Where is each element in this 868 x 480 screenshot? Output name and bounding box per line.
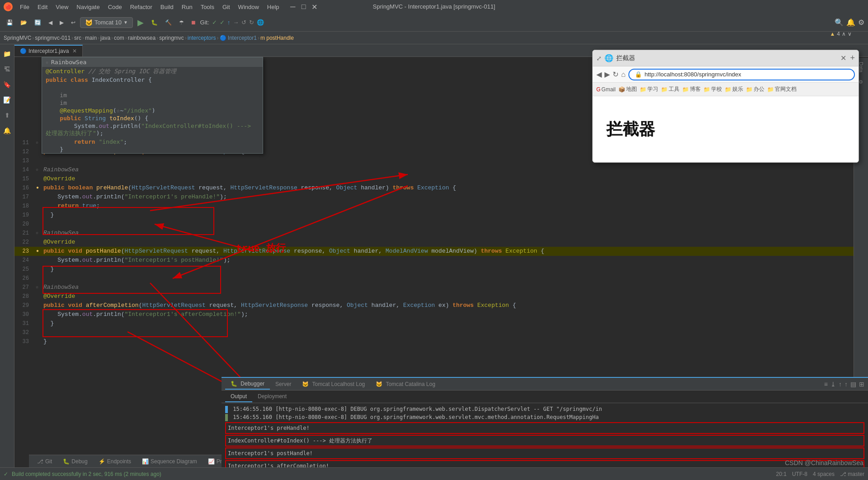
dock-debug[interactable]: 🐛 Debug: [58, 457, 92, 466]
warning-up[interactable]: ∧: [842, 31, 846, 37]
menu-bar: 🔴 File Edit View Navigate Code Refactor …: [0, 0, 868, 14]
git-label: Git:: [200, 19, 209, 26]
bc-com[interactable]: com: [114, 35, 124, 41]
coverage-button[interactable]: ☂: [176, 18, 187, 27]
dock-git[interactable]: ⎇ Git: [33, 457, 57, 466]
bm-office[interactable]: 📁 办公: [746, 85, 764, 93]
toolbar-open[interactable]: 📂: [18, 18, 30, 27]
close-button[interactable]: ✕: [311, 3, 318, 10]
toolbar-back[interactable]: ◀: [46, 18, 55, 27]
browser-back-button[interactable]: ◀: [596, 70, 602, 79]
project-icon[interactable]: 📁: [1, 48, 13, 60]
address-text: http://localhost:8080/springmvc/index: [645, 71, 741, 78]
tomcat-localhost-icon: 🐱: [302, 381, 309, 387]
menu-edit[interactable]: Edit: [34, 2, 51, 12]
stop-button[interactable]: ■: [189, 17, 198, 28]
panel-toolbar-icon5[interactable]: ▤: [850, 381, 856, 388]
bm-blog[interactable]: 📁 博客: [682, 85, 701, 93]
output-tab-output[interactable]: Output: [225, 391, 252, 402]
bm-maps-label: 地图: [626, 85, 637, 93]
browser-new-tab-button[interactable]: +: [850, 53, 855, 63]
notifications-left-icon[interactable]: 🔔: [1, 125, 13, 136]
menu-refactor[interactable]: Refactor: [127, 2, 156, 12]
debug-button[interactable]: 🐛: [148, 18, 160, 27]
bm-tools[interactable]: 📁 工具: [661, 85, 679, 93]
bc-springmvc[interactable]: SpringMVC: [4, 35, 31, 41]
bc-posthandle[interactable]: m postHandle: [260, 35, 294, 41]
panel-toolbar-icon3[interactable]: ↑: [839, 381, 842, 388]
structure-icon[interactable]: 🏗: [1, 63, 13, 75]
settings-button[interactable]: ⚙: [858, 18, 864, 27]
menu-build[interactable]: Build: [157, 2, 177, 12]
minimize-button[interactable]: ─: [289, 3, 297, 10]
popup-line-1: @Controller // 交给 Spring IOC 容器管理: [42, 67, 263, 76]
bm-gmail[interactable]: G Gmail: [596, 86, 616, 93]
address-bar[interactable]: 🔒 http://localhost:8080/springmvc/index: [628, 69, 855, 80]
browser-expand-icon[interactable]: ⤢: [596, 55, 602, 62]
search-button[interactable]: 🔍: [835, 18, 844, 27]
tab-close[interactable]: ✕: [72, 48, 77, 54]
browser-close-button[interactable]: ✕: [840, 54, 846, 62]
maximize-button[interactable]: □: [300, 3, 307, 10]
toolbar-save[interactable]: 💾: [4, 18, 16, 27]
toolbar-refresh[interactable]: 🔄: [32, 18, 44, 27]
build-button[interactable]: 🔨: [162, 18, 175, 27]
panel-toolbar-icon6[interactable]: ⊞: [859, 381, 864, 388]
toolbar-forward[interactable]: ▶: [57, 18, 66, 27]
bc-main[interactable]: main: [85, 35, 97, 41]
tomcat-selector[interactable]: 🐱 Tomcat 10 ▼: [80, 17, 133, 28]
panel-toolbar-icon4[interactable]: ↑: [844, 381, 848, 388]
warning-down[interactable]: ∨: [848, 31, 852, 37]
bc-module[interactable]: springmvc-011: [35, 35, 71, 41]
code-line-24: 24 System.out.println("Interceptor1's po…: [14, 256, 868, 265]
commit-icon[interactable]: 📝: [1, 94, 13, 106]
bm-entertainment[interactable]: 📁 娱乐: [725, 85, 743, 93]
menu-navigate[interactable]: Navigate: [73, 2, 103, 12]
panel-toolbar-icon2[interactable]: ⤓: [830, 381, 836, 388]
panel-tab-debugger[interactable]: 🐛 Debugger: [225, 379, 270, 390]
bm-study[interactable]: 📁 学习: [640, 85, 658, 93]
pull-requests-icon[interactable]: ⬆: [1, 109, 13, 121]
bc-interceptors[interactable]: interceptors: [188, 35, 216, 41]
bc-springmvc-pkg[interactable]: springmvc: [159, 35, 184, 41]
menu-git[interactable]: Git: [219, 2, 234, 12]
dock-sequence[interactable]: 📊 Sequence Diagram: [137, 457, 202, 466]
app-icon: 🔴: [4, 2, 13, 11]
toolbar-undo[interactable]: ↩: [68, 18, 78, 27]
bc-src[interactable]: src: [74, 35, 81, 41]
menu-view[interactable]: View: [52, 2, 72, 12]
git-area: Git: ✓ ✓ ↑ → ↺ ↻ 🌐: [200, 19, 264, 26]
menu-code[interactable]: Code: [104, 2, 126, 12]
notifications-button[interactable]: 🔔: [846, 18, 855, 27]
git-dock-label: Git: [45, 458, 52, 465]
menu-run[interactable]: Run: [178, 2, 196, 12]
bm-official[interactable]: 📁 官网文档: [767, 85, 797, 93]
menu-help[interactable]: Help: [264, 2, 283, 12]
bm-school[interactable]: 📁 学校: [703, 85, 722, 93]
browser-forward-button[interactable]: ▶: [604, 70, 610, 79]
panel-tab-tomcat-catalina[interactable]: 🐱 Tomcat Catalina Log: [370, 379, 441, 389]
panel-toolbar-icon1[interactable]: ≡: [824, 381, 828, 388]
browser-refresh-button[interactable]: ↻: [613, 70, 618, 79]
menu-file[interactable]: File: [16, 2, 33, 12]
debugger-tab-icon: 🐛: [231, 381, 237, 387]
menu-window[interactable]: Window: [235, 2, 263, 12]
bookmark-icon[interactable]: 🔖: [1, 79, 13, 90]
editor-tab-interceptor1[interactable]: 🔵 Interceptor1.java ✕: [14, 45, 83, 56]
panel-tab-server[interactable]: Server: [270, 379, 297, 389]
menu-tools[interactable]: Tools: [197, 2, 218, 12]
bc-java[interactable]: java: [100, 35, 110, 41]
code-line-19: 19 }: [14, 211, 868, 220]
bottom-panel: 🐛 Debugger Server 🐱 Tomcat Localhost Log…: [222, 377, 868, 467]
debug-dock-icon: 🐛: [63, 458, 70, 465]
panel-tab-tomcat-localhost[interactable]: 🐱 Tomcat Localhost Log: [297, 379, 370, 389]
bc-interceptor1[interactable]: 🔵 Interceptor1: [220, 35, 257, 41]
git-undo: ↺: [241, 19, 246, 26]
tomcat-label: Tomcat 10: [94, 19, 122, 26]
dock-endpoints[interactable]: ⚡ Endpoints: [94, 457, 136, 466]
browser-home-button[interactable]: ⌂: [621, 71, 626, 79]
bc-rainbowsea[interactable]: rainbowsea: [128, 35, 156, 41]
run-button[interactable]: ▶: [135, 16, 146, 29]
bm-maps[interactable]: 📦 地图: [618, 85, 637, 93]
output-tab-deployment[interactable]: Deployment: [252, 391, 292, 402]
